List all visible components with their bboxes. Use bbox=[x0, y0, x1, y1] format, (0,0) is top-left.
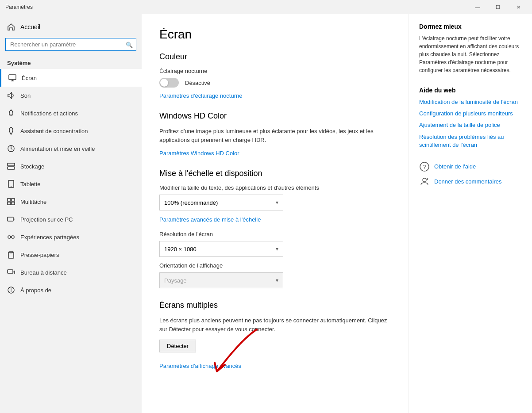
commentaires-item[interactable]: Donner des commentaires bbox=[419, 176, 521, 187]
ecrans-title: Écrans multiples bbox=[159, 301, 390, 310]
tablette-icon bbox=[7, 180, 15, 188]
sidebar-item-son[interactable]: Son bbox=[0, 87, 142, 104]
taille-dropdown-arrow: ▾ bbox=[276, 199, 278, 206]
sidebar-item-alimentation-label: Alimentation et mise en veille bbox=[20, 145, 95, 152]
sidebar-item-stockage-label: Stockage bbox=[20, 163, 44, 170]
dormez-mieux-section: Dormez mieux L'éclairage nocturne peut f… bbox=[419, 23, 521, 74]
toggle-label: Désactivé bbox=[185, 80, 210, 86]
svg-text:?: ? bbox=[423, 164, 426, 170]
eclairage-toggle[interactable] bbox=[159, 78, 179, 88]
projection-icon bbox=[7, 215, 15, 223]
content-area: Accueil 🔍 Système Écran bbox=[0, 14, 532, 413]
couleur-title: Couleur bbox=[159, 52, 390, 61]
presse-icon bbox=[7, 251, 15, 259]
sidebar-item-presse-papiers[interactable]: Presse-papiers bbox=[0, 246, 142, 264]
close-button[interactable]: ✕ bbox=[508, 0, 528, 14]
svg-rect-14 bbox=[12, 202, 15, 205]
aide-link-1[interactable]: Modification de la luminosité de l'écran bbox=[419, 98, 521, 106]
assistant-icon bbox=[7, 127, 15, 135]
sidebar-item-stockage[interactable]: Stockage bbox=[0, 157, 142, 175]
window-title: Paramètres bbox=[5, 4, 33, 10]
sidebar-item-experiences[interactable]: Expériences partagées bbox=[0, 228, 142, 246]
sidebar-item-apropos-label: À propos de bbox=[20, 287, 51, 294]
svg-rect-7 bbox=[8, 163, 15, 166]
sidebar-item-projection[interactable]: Projection sur ce PC bbox=[0, 210, 142, 228]
obtenir-aide-icon: ? bbox=[419, 161, 430, 172]
sidebar-item-alimentation[interactable]: Alimentation et mise en veille bbox=[0, 140, 142, 157]
right-panel: Dormez mieux L'éclairage nocturne peut f… bbox=[408, 14, 532, 413]
svg-text:i: i bbox=[11, 288, 12, 293]
orientation-value: Paysage bbox=[164, 277, 187, 284]
section-hd-color: Windows HD Color Profitez d'une image pl… bbox=[159, 111, 390, 157]
svg-rect-12 bbox=[12, 199, 15, 201]
sidebar-item-multitache[interactable]: Multitâche bbox=[0, 193, 142, 210]
sidebar-item-bureau[interactable]: Bureau à distance bbox=[0, 264, 142, 281]
sidebar-home[interactable]: Accueil bbox=[0, 18, 142, 36]
bureau-icon bbox=[7, 268, 15, 276]
svg-marker-3 bbox=[8, 92, 12, 99]
resolution-label: Résolution de l'écran bbox=[159, 231, 390, 237]
arrow-annotation: Paramètres d'affichage avancés bbox=[159, 362, 390, 369]
hd-color-title: Windows HD Color bbox=[159, 111, 390, 121]
sidebar-item-tablette[interactable]: Tablette bbox=[0, 175, 142, 193]
sidebar-item-experiences-label: Expériences partagées bbox=[20, 234, 79, 241]
svg-rect-13 bbox=[8, 202, 11, 205]
toggle-row: Désactivé bbox=[159, 78, 390, 88]
obtenir-aide-label[interactable]: Obtenir de l'aide bbox=[434, 163, 476, 170]
sidebar-item-assistant[interactable]: Assistant de concentration bbox=[0, 122, 142, 140]
home-label: Accueil bbox=[20, 23, 40, 31]
hd-color-link[interactable]: Paramètres Windows HD Color bbox=[159, 150, 239, 157]
aide-link-4[interactable]: Résolution des problèmes liés au scintil… bbox=[419, 133, 521, 149]
section-couleur: Couleur Éclairage nocturne Désactivé Par… bbox=[159, 52, 390, 99]
help-section: ? Obtenir de l'aide Donner des commentai… bbox=[419, 161, 521, 187]
mise-echelle-title: Mise à l'échelle et disposition bbox=[159, 169, 390, 178]
toggle-knob bbox=[160, 79, 168, 87]
experiences-icon bbox=[7, 233, 15, 241]
aide-link-2[interactable]: Configuration de plusieurs moniteurs bbox=[419, 110, 521, 118]
red-arrow bbox=[186, 325, 274, 378]
stockage-icon bbox=[7, 162, 15, 170]
sidebar-item-ecran-label: Écran bbox=[22, 75, 37, 81]
sidebar-item-apropos[interactable]: i À propos de bbox=[0, 281, 142, 299]
sidebar-item-presse-label: Presse-papiers bbox=[20, 252, 59, 258]
ecran-icon bbox=[8, 74, 16, 82]
page-title: Écran bbox=[159, 27, 390, 42]
sidebar-item-notifications[interactable]: Notifications et actions bbox=[0, 104, 142, 122]
titlebar-controls: — ☐ ✕ bbox=[467, 0, 528, 14]
sidebar: Accueil 🔍 Système Écran bbox=[0, 14, 142, 413]
resolution-dropdown[interactable]: 1920 × 1080 ▾ bbox=[159, 241, 283, 257]
window: Paramètres — ☐ ✕ Accueil 🔍 bbox=[0, 0, 532, 413]
dormez-mieux-text: L'éclairage nocturne peut faciliter votr… bbox=[419, 34, 521, 74]
maximize-button[interactable]: ☐ bbox=[488, 0, 508, 14]
section-ecrans-multiples: Écrans multiples Les écrans plus anciens… bbox=[159, 301, 390, 369]
obtenir-aide[interactable]: ? Obtenir de l'aide bbox=[419, 161, 521, 172]
sidebar-item-tablette-label: Tablette bbox=[20, 181, 41, 187]
avance-echelle-link[interactable]: Paramètres avancés de mise à l'échelle bbox=[159, 216, 261, 223]
hd-color-desc: Profitez d'une image plus lumineuse et p… bbox=[159, 127, 390, 144]
son-icon bbox=[7, 92, 15, 99]
orientation-dropdown: Paysage ▾ bbox=[159, 272, 283, 288]
resolution-arrow: ▾ bbox=[276, 246, 278, 252]
commentaires-label[interactable]: Donner des commentaires bbox=[434, 178, 501, 185]
commentaires-icon bbox=[419, 176, 430, 187]
home-icon bbox=[7, 23, 15, 31]
sidebar-search: 🔍 bbox=[5, 38, 136, 51]
taille-dropdown[interactable]: 100% (recommandé) ▾ bbox=[159, 195, 283, 210]
main-content: Écran Couleur Éclairage nocturne Désacti… bbox=[142, 14, 408, 413]
section-mise-echelle: Mise à l'échelle et disposition Modifier… bbox=[159, 169, 390, 288]
search-icon: 🔍 bbox=[126, 41, 133, 48]
eclairage-link[interactable]: Paramètres d'éclairage nocturne bbox=[159, 92, 242, 99]
aide-web-section: Aide du web Modification de la luminosit… bbox=[419, 87, 521, 149]
search-input[interactable] bbox=[5, 38, 136, 51]
minimize-button[interactable]: — bbox=[467, 0, 488, 14]
sidebar-item-projection-label: Projection sur ce PC bbox=[20, 216, 73, 223]
alimentation-icon bbox=[7, 145, 15, 153]
sidebar-item-assistant-label: Assistant de concentration bbox=[20, 128, 88, 134]
svg-point-10 bbox=[11, 186, 12, 187]
sidebar-section-title: Système bbox=[0, 56, 142, 69]
sidebar-item-ecran[interactable]: Écran bbox=[0, 69, 142, 87]
apropos-icon: i bbox=[7, 286, 15, 294]
taille-label: Modifier la taille du texte, des applica… bbox=[159, 184, 390, 191]
aide-link-3[interactable]: Ajustement de la taille de police bbox=[419, 121, 521, 129]
svg-rect-15 bbox=[8, 217, 13, 221]
